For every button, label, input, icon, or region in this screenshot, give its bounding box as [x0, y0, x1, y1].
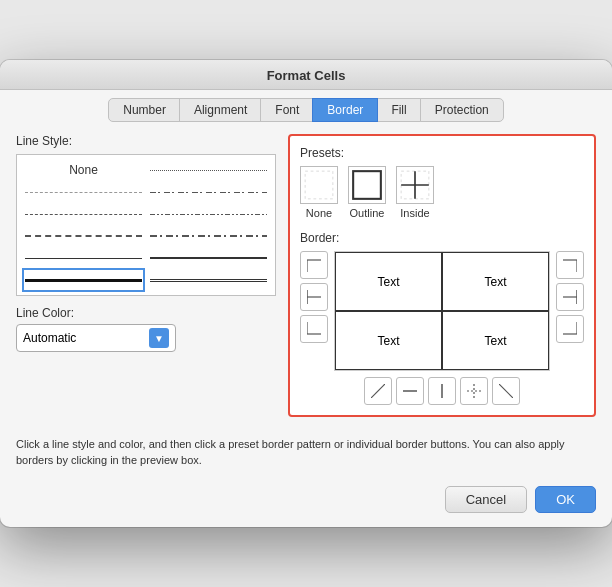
border-diag-down-right-btn[interactable]	[492, 377, 520, 405]
border-horizontal-btn[interactable]	[396, 377, 424, 405]
line-style-dash-dot[interactable]	[150, 183, 267, 201]
ok-button[interactable]: OK	[535, 486, 596, 513]
border-inner-grid-btn[interactable]	[460, 377, 488, 405]
tab-border[interactable]: Border	[312, 98, 378, 122]
left-panel: Line Style: None	[16, 134, 276, 417]
border-bottom-buttons	[300, 377, 584, 405]
line-style-thick-selected[interactable]	[25, 271, 142, 289]
border-vertical-btn[interactable]	[428, 377, 456, 405]
border-right-mid-btn[interactable]	[556, 283, 584, 311]
hint-text: Click a line style and color, and then c…	[0, 429, 612, 478]
border-diag-down-left-btn[interactable]	[364, 377, 392, 405]
footer: Cancel OK	[0, 478, 612, 527]
tab-font[interactable]: Font	[260, 98, 314, 122]
line-style-light-dashed[interactable]	[25, 183, 142, 201]
preview-cell-1[interactable]: Text	[335, 252, 442, 311]
title-bar: Format Cells	[0, 60, 612, 90]
color-dropdown[interactable]: Automatic ▼	[16, 324, 176, 352]
color-section: Line Color: Automatic ▼	[16, 306, 276, 352]
presets-row: None Outline	[300, 166, 584, 219]
line-style-dotted[interactable]	[150, 161, 267, 179]
preset-none[interactable]: None	[300, 166, 338, 219]
preview-cell-3[interactable]: Text	[335, 311, 442, 370]
line-style-medium-dash-dot[interactable]	[150, 227, 267, 245]
preset-inside[interactable]: Inside	[396, 166, 434, 219]
dropdown-arrow-icon: ▼	[149, 328, 169, 348]
preset-none-label: None	[306, 207, 332, 219]
svg-rect-1	[353, 171, 381, 199]
tab-number[interactable]: Number	[108, 98, 181, 122]
cancel-button[interactable]: Cancel	[445, 486, 527, 513]
tab-protection[interactable]: Protection	[420, 98, 504, 122]
preset-outline[interactable]: Outline	[348, 166, 386, 219]
line-style-double[interactable]	[150, 271, 267, 289]
tab-alignment[interactable]: Alignment	[179, 98, 262, 122]
format-cells-dialog: Format Cells Number Alignment Font Borde…	[0, 60, 612, 527]
border-bottom-right-btn[interactable]	[556, 315, 584, 343]
preset-inside-icon	[396, 166, 434, 204]
preset-inside-label: Inside	[400, 207, 429, 219]
color-value: Automatic	[23, 331, 76, 345]
svg-line-22	[499, 384, 513, 398]
dialog-title: Format Cells	[267, 68, 346, 83]
right-panel: Presets: None	[288, 134, 596, 417]
preset-outline-icon	[348, 166, 386, 204]
svg-line-17	[371, 384, 385, 398]
border-top-left-btn[interactable]	[300, 251, 328, 279]
svg-rect-0	[305, 171, 333, 199]
border-bottom-left-btn[interactable]	[300, 315, 328, 343]
border-area: Text Text Text Text	[300, 251, 584, 371]
preview-cell-2[interactable]: Text	[442, 252, 549, 311]
line-style-box: None	[16, 154, 276, 296]
preset-none-icon	[300, 166, 338, 204]
line-style-thin[interactable]	[25, 249, 142, 267]
color-label: Line Color:	[16, 306, 276, 320]
border-label: Border:	[300, 231, 584, 245]
tab-fill[interactable]: Fill	[376, 98, 421, 122]
line-style-none[interactable]: None	[25, 161, 142, 179]
line-style-dash-dot-dot[interactable]	[150, 205, 267, 223]
preset-outline-label: Outline	[350, 207, 385, 219]
border-right-buttons	[556, 251, 584, 371]
border-left-mid-btn[interactable]	[300, 283, 328, 311]
line-style-label: Line Style:	[16, 134, 276, 148]
border-left-buttons	[300, 251, 328, 371]
border-preview[interactable]: Text Text Text Text	[334, 251, 550, 371]
main-content: Line Style: None	[0, 122, 612, 429]
line-style-short-dashed[interactable]	[25, 205, 142, 223]
line-style-medium[interactable]	[150, 249, 267, 267]
presets-label: Presets:	[300, 146, 584, 160]
border-top-right-btn[interactable]	[556, 251, 584, 279]
preview-cell-4[interactable]: Text	[442, 311, 549, 370]
tabs-bar: Number Alignment Font Border Fill Protec…	[0, 90, 612, 122]
line-style-medium-dashed[interactable]	[25, 227, 142, 245]
line-style-grid: None	[25, 161, 267, 289]
